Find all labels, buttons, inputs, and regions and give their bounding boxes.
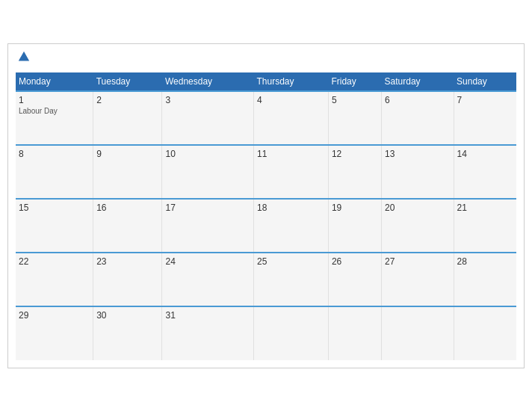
- calendar-cell: 22: [16, 253, 93, 306]
- day-number: 21: [457, 203, 513, 213]
- week-row-5: 293031: [16, 306, 516, 360]
- calendar-cell: [253, 306, 328, 360]
- calendar-cell: 24: [162, 253, 254, 306]
- day-number: 25: [257, 256, 325, 267]
- day-number: 24: [165, 256, 250, 267]
- day-number: 9: [96, 149, 158, 159]
- day-number: 18: [257, 203, 325, 213]
- day-header-saturday: Saturday: [382, 72, 454, 91]
- day-number: 20: [385, 203, 450, 213]
- calendar-cell: 27: [382, 253, 454, 306]
- logo-icon: [17, 50, 31, 64]
- calendar-cell: [328, 306, 381, 360]
- calendar-cell: 9: [93, 145, 162, 199]
- day-number: 3: [165, 95, 250, 105]
- calendar-cell: 8: [16, 145, 93, 199]
- day-number: 22: [19, 256, 90, 267]
- calendar-header: [16, 52, 516, 64]
- week-row-3: 15161718192021: [16, 199, 516, 253]
- calendar-cell: 6: [382, 91, 454, 145]
- day-header-tuesday: Tuesday: [93, 72, 162, 91]
- calendar-cell: 14: [454, 145, 516, 199]
- calendar-cell: 13: [382, 145, 454, 199]
- week-row-1: 1Labour Day234567: [16, 91, 516, 145]
- day-number: 7: [457, 95, 513, 105]
- day-number: 14: [457, 149, 513, 159]
- calendar-cell: 17: [162, 199, 254, 253]
- day-number: 23: [96, 256, 158, 267]
- calendar-cell: 12: [328, 145, 381, 199]
- day-header-monday: Monday: [16, 72, 93, 91]
- calendar-cell: 3: [162, 91, 254, 145]
- calendar-cell: 7: [454, 91, 516, 145]
- calendar-cell: 4: [253, 91, 328, 145]
- calendar-body: 1Labour Day23456789101112131415161718192…: [16, 91, 516, 360]
- day-number: 30: [96, 310, 158, 321]
- day-number: 26: [332, 256, 378, 267]
- week-row-4: 22232425262728: [16, 253, 516, 306]
- day-number: 1: [19, 95, 90, 105]
- day-number: 13: [385, 149, 450, 159]
- calendar-grid: MondayTuesdayWednesdayThursdayFridaySatu…: [16, 72, 516, 360]
- calendar-cell: 28: [454, 253, 516, 306]
- calendar-cell: 18: [253, 199, 328, 253]
- day-number: 28: [457, 256, 513, 267]
- day-number: 27: [385, 256, 450, 267]
- calendar-container: MondayTuesdayWednesdayThursdayFridaySatu…: [7, 43, 525, 368]
- calendar-cell: 25: [253, 253, 328, 306]
- day-number: 29: [19, 310, 90, 321]
- day-number: 10: [165, 149, 250, 159]
- day-number: 6: [385, 95, 450, 105]
- calendar-cell: 11: [253, 145, 328, 199]
- calendar-thead: MondayTuesdayWednesdayThursdayFridaySatu…: [16, 72, 516, 91]
- logo: [16, 52, 31, 64]
- calendar-cell: 31: [162, 306, 254, 360]
- day-number: 15: [19, 203, 90, 213]
- calendar-cell: 15: [16, 199, 93, 253]
- calendar-cell: [454, 306, 516, 360]
- calendar-cell: 29: [16, 306, 93, 360]
- week-row-2: 891011121314: [16, 145, 516, 199]
- day-header-wednesday: Wednesday: [162, 72, 254, 91]
- day-number: 31: [165, 310, 250, 321]
- day-header-friday: Friday: [328, 72, 381, 91]
- calendar-cell: 23: [93, 253, 162, 306]
- day-number: 17: [165, 203, 250, 213]
- day-header-sunday: Sunday: [454, 72, 516, 91]
- day-number: 8: [19, 149, 90, 159]
- day-header-thursday: Thursday: [253, 72, 328, 91]
- calendar-cell: 2: [93, 91, 162, 145]
- calendar-cell: [382, 306, 454, 360]
- holiday-label: Labour Day: [19, 107, 90, 115]
- day-number: 19: [332, 203, 378, 213]
- calendar-cell: 5: [328, 91, 381, 145]
- calendar-cell: 20: [382, 199, 454, 253]
- day-number: 2: [96, 95, 158, 105]
- calendar-cell: 19: [328, 199, 381, 253]
- calendar-cell: 1Labour Day: [16, 91, 93, 145]
- days-header-row: MondayTuesdayWednesdayThursdayFridaySatu…: [16, 72, 516, 91]
- calendar-cell: 10: [162, 145, 254, 199]
- day-number: 12: [332, 149, 378, 159]
- calendar-cell: 30: [93, 306, 162, 360]
- calendar-cell: 16: [93, 199, 162, 253]
- day-number: 5: [332, 95, 378, 105]
- day-number: 11: [257, 149, 325, 159]
- calendar-cell: 21: [454, 199, 516, 253]
- day-number: 16: [96, 203, 158, 213]
- day-number: 4: [257, 95, 325, 105]
- svg-marker-0: [19, 51, 29, 61]
- calendar-cell: 26: [328, 253, 381, 306]
